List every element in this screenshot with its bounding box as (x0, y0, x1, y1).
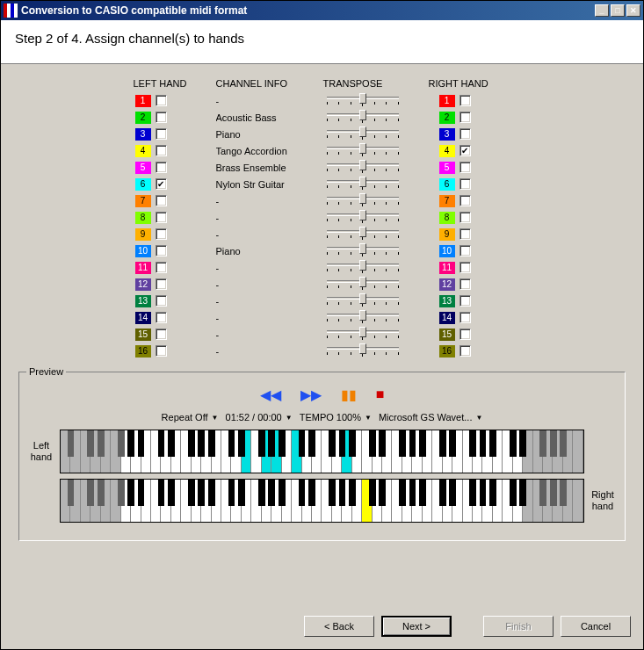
transpose-slider[interactable] (323, 112, 402, 124)
left-hand-checkbox[interactable] (156, 312, 167, 323)
col-channel-info: CHANNEL INFO (216, 78, 323, 92)
left-hand-cell: 6✔ (125, 176, 216, 192)
left-hand-cell: 9 (125, 226, 216, 242)
preview-label: Preview (26, 366, 66, 377)
left-hand-checkbox[interactable] (156, 329, 167, 340)
right-hand-checkbox[interactable] (459, 178, 471, 190)
left-hand-checkbox[interactable] (156, 95, 167, 106)
maximize-button[interactable]: □ (611, 4, 625, 17)
right-hand-checkbox[interactable] (459, 345, 471, 357)
left-hand-checkbox[interactable] (156, 245, 167, 256)
left-hand-checkbox[interactable] (156, 162, 167, 173)
channel-number: 3 (135, 128, 151, 141)
right-hand-checkbox[interactable] (459, 312, 471, 323)
back-button[interactable]: < Back (304, 616, 374, 637)
pause-button[interactable]: ▮▮ (341, 386, 357, 403)
channel-info: - (216, 192, 323, 209)
left-hand-checkbox[interactable] (156, 112, 167, 123)
transpose-slider[interactable] (323, 95, 402, 107)
left-hand-cell: 7 (125, 192, 216, 209)
left-hand-checkbox[interactable] (156, 145, 167, 156)
channel-number: 4 (439, 145, 455, 157)
transpose-slider[interactable] (323, 329, 402, 341)
transpose-cell (323, 259, 429, 276)
left-hand-checkbox[interactable] (156, 262, 167, 273)
left-hand-cell: 11 (125, 259, 216, 276)
transpose-cell (323, 176, 429, 192)
right-hand-checkbox[interactable] (459, 295, 471, 307)
transpose-slider[interactable] (323, 162, 402, 174)
right-hand-checkbox[interactable] (459, 262, 471, 273)
stop-button[interactable]: ■ (376, 386, 385, 403)
transpose-cell (323, 209, 429, 226)
transpose-slider[interactable] (323, 228, 402, 241)
channel-info: - (216, 226, 323, 242)
right-hand-checkbox[interactable] (459, 95, 471, 106)
right-hand-checkbox[interactable] (459, 245, 471, 256)
transpose-slider[interactable] (323, 262, 402, 274)
minimize-button[interactable]: _ (595, 4, 609, 17)
right-hand-checkbox[interactable] (459, 329, 471, 340)
right-hand-checkbox[interactable] (459, 212, 471, 223)
transpose-slider[interactable] (323, 278, 402, 291)
left-hand-checkbox[interactable] (156, 128, 167, 140)
right-hand-checkbox[interactable] (459, 195, 471, 206)
channel-number: 11 (439, 262, 455, 274)
device-dropdown[interactable]: Microsoft GS Wavet...▼ (379, 412, 482, 422)
channel-number: 11 (135, 262, 151, 274)
transpose-slider[interactable] (323, 195, 402, 207)
transpose-slider[interactable] (323, 178, 402, 191)
forward-button[interactable]: ▶▶ (300, 386, 322, 403)
left-hand-cell: 5 (125, 159, 216, 176)
col-right-hand: RIGHT HAND (429, 78, 520, 92)
left-hand-checkbox[interactable] (156, 228, 167, 240)
right-hand-cell: 5 (429, 159, 520, 176)
right-hand-cell: 16 (429, 343, 520, 359)
right-hand-cell: 11 (429, 259, 520, 276)
right-hand-checkbox[interactable]: ✔ (459, 145, 471, 156)
left-hand-checkbox[interactable] (156, 212, 167, 223)
left-hand-cell: 2 (125, 109, 216, 126)
right-hand-checkbox[interactable] (459, 228, 471, 240)
left-hand-checkbox[interactable] (156, 345, 167, 357)
channel-info: Nylon Str Guitar (216, 176, 323, 192)
right-hand-checkbox[interactable] (459, 278, 471, 290)
rewind-button[interactable]: ◀◀ (260, 386, 281, 403)
cancel-button[interactable]: Cancel (561, 616, 631, 637)
channel-number: 12 (135, 278, 151, 291)
window: Conversion to CASIO compatible midi form… (0, 0, 644, 650)
transpose-slider[interactable] (323, 128, 402, 141)
channel-number: 9 (439, 228, 455, 241)
left-hand-checkbox[interactable] (156, 278, 167, 290)
left-hand-checkbox[interactable] (156, 295, 167, 307)
right-hand-checkbox[interactable] (459, 128, 471, 140)
next-button[interactable]: Next > (381, 616, 452, 637)
finish-button: Finish (483, 616, 554, 637)
transpose-slider[interactable] (323, 212, 402, 224)
transpose-slider[interactable] (323, 295, 402, 307)
transpose-cell (323, 276, 429, 292)
repeat-dropdown[interactable]: Repeat Off▼ (162, 412, 219, 422)
channel-info: Tango Accordion (216, 142, 323, 159)
col-left-hand: LEFT HAND (125, 78, 216, 92)
time-dropdown[interactable]: 01:52 / 00:00▼ (226, 412, 293, 422)
channel-number: 7 (439, 195, 455, 207)
right-hand-cell: 7 (429, 192, 520, 209)
left-hand-cell: 16 (125, 343, 216, 359)
transpose-slider[interactable] (323, 245, 402, 257)
close-button[interactable]: ✕ (626, 4, 640, 17)
channel-table: LEFT HAND CHANNEL INFO TRANSPOSE RIGHT H… (18, 78, 626, 359)
channel-number: 3 (439, 128, 455, 141)
right-hand-checkbox[interactable] (459, 112, 471, 123)
right-hand-checkbox[interactable] (459, 162, 471, 173)
transport: ◀◀ ▶▶ ▮▮ ■ (26, 381, 618, 412)
tempo-dropdown[interactable]: TEMPO 100%▼ (300, 412, 372, 422)
transpose-slider[interactable] (323, 145, 402, 157)
left-hand-checkbox[interactable] (156, 195, 167, 206)
left-hand-checkbox[interactable]: ✔ (156, 178, 167, 190)
step-header: Step 2 of 4. Assign channel(s) to hands (1, 20, 643, 64)
channel-info: - (216, 259, 323, 276)
transpose-slider[interactable] (323, 312, 402, 324)
channel-number: 4 (135, 145, 151, 157)
transpose-slider[interactable] (323, 345, 402, 358)
